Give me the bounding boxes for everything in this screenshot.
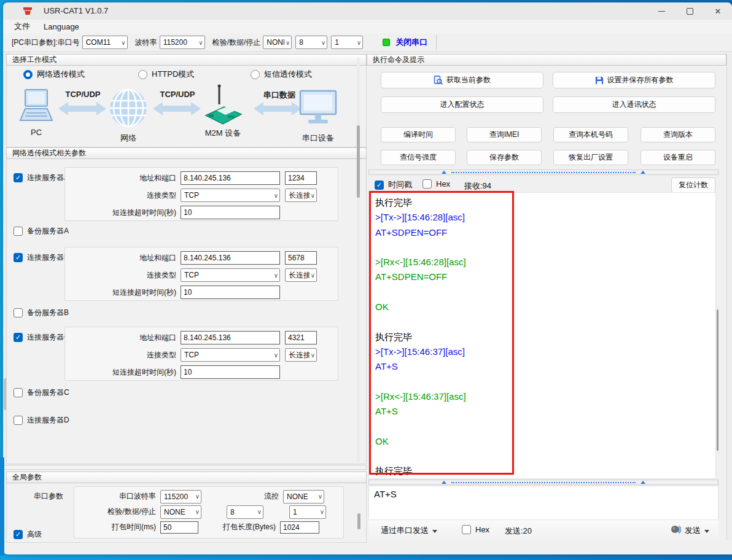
server-a-timeout-input[interactable]: 10 <box>181 206 280 219</box>
receive-hex-row[interactable]: Hex <box>422 179 450 189</box>
chevron-down-icon <box>311 272 315 279</box>
factory-reset-button[interactable]: 恢复出厂设置 <box>553 150 628 165</box>
receive-hex-checkbox[interactable] <box>422 179 432 189</box>
timestamp-checkbox[interactable] <box>375 181 384 190</box>
send-sound-icon <box>671 524 681 534</box>
left-inner-scrollbar[interactable] <box>357 58 360 462</box>
chevron-down-icon <box>286 39 290 46</box>
maximize-button[interactable] <box>676 2 704 20</box>
receive-log[interactable]: 执行完毕>[Tx->][15:46:28][asc]AT+SDPEN=OFF >… <box>368 192 716 479</box>
stopbits-select[interactable]: 1 <box>331 36 363 49</box>
minimize-button[interactable] <box>647 2 676 20</box>
radio-icon <box>138 70 147 79</box>
chevron-down-icon <box>318 493 322 500</box>
log-scrollbar-thumb[interactable] <box>717 309 718 451</box>
log-line <box>375 419 715 434</box>
window-title: USR-CAT1 V1.0.7 <box>44 6 108 15</box>
global-parity-label: 检验/数据/停止 <box>74 507 160 517</box>
close-button[interactable] <box>704 2 732 20</box>
save-params-button[interactable]: 保存参数 <box>467 150 542 165</box>
server-c-timeout-input[interactable]: 10 <box>181 365 280 379</box>
advanced-checkbox[interactable] <box>14 530 23 539</box>
connect-server-d-row[interactable]: 连接服务器D <box>14 415 69 426</box>
connect-server-b-row[interactable]: 连接服务器B <box>14 252 69 263</box>
flow-control-select[interactable]: NONE <box>283 490 324 504</box>
signal-strength-button[interactable]: 查信号强度 <box>381 150 456 165</box>
connect-server-d-checkbox[interactable] <box>14 416 23 425</box>
menu-file[interactable]: 文件 <box>14 21 30 32</box>
query-version-button[interactable]: 查询版本 <box>640 127 715 142</box>
query-number-button[interactable]: 查询本机号码 <box>553 127 628 142</box>
connect-server-b-checkbox[interactable] <box>14 253 23 262</box>
send-input[interactable]: AT+S <box>368 486 718 520</box>
enter-config-button[interactable]: 进入配置状态 <box>381 96 543 113</box>
save-all-params-button[interactable]: 设置并保存所有参数 <box>553 72 715 88</box>
send-splitter[interactable] <box>368 480 718 485</box>
connect-server-a-checkbox[interactable] <box>14 173 23 182</box>
server-b-keepalive-select[interactable]: 长连接 <box>285 268 317 282</box>
server-c-port-input[interactable]: 4321 <box>285 331 317 344</box>
server-a-port-input[interactable]: 1234 <box>285 171 317 185</box>
global-parity-select[interactable]: NONE <box>160 505 201 519</box>
mode-radio-sms[interactable]: 短信透传模式 <box>251 69 312 80</box>
left-inner-scrollbar-thumb[interactable] <box>357 125 360 198</box>
server-a-keepalive-select[interactable]: 长连接 <box>285 189 317 202</box>
server-b-address-input[interactable]: 8.140.245.136 <box>181 251 280 265</box>
backup-server-b-row[interactable]: 备份服务器B <box>14 308 69 318</box>
send-hex-row[interactable]: Hex <box>462 525 489 534</box>
server-b-port-input[interactable]: 5678 <box>285 251 317 265</box>
server-a-type-select[interactable]: TCP <box>181 189 280 202</box>
log-line: AT+S <box>375 359 715 374</box>
pack-len-input[interactable]: 1024 <box>280 521 319 534</box>
caret-down-icon <box>704 530 709 533</box>
reset-count-button[interactable]: 复位计数 <box>671 177 715 193</box>
connect-server-c-row[interactable]: 连接服务器C <box>14 332 69 343</box>
server-c-address-input[interactable]: 8.140.245.136 <box>181 331 280 344</box>
backup-server-c-checkbox[interactable] <box>14 388 23 397</box>
global-stopbits-select[interactable]: 1 <box>289 505 326 519</box>
server-c-keepalive-select[interactable]: 长连接 <box>285 348 317 362</box>
send-via-dropdown[interactable]: 通过串口发送 <box>381 525 437 536</box>
send-hex-checkbox[interactable] <box>462 525 471 534</box>
backup-server-a-row[interactable]: 备份服务器A <box>14 226 69 236</box>
maximize-icon <box>687 8 693 15</box>
com-port-select[interactable]: COM11 <box>82 36 128 49</box>
timestamp-row[interactable]: 时间戳 <box>375 179 412 190</box>
backup-server-a-checkbox[interactable] <box>14 227 23 236</box>
server-c-type-select[interactable]: TCP <box>181 348 280 362</box>
addr-port-label: 地址和端口 <box>65 173 181 184</box>
server-a-address-input[interactable]: 8.140.245.136 <box>181 171 280 185</box>
device-restart-button[interactable]: 设备重启 <box>640 150 715 165</box>
pack-time-input[interactable]: 50 <box>160 521 198 534</box>
pack-len-label: 打包长度(Bytes) <box>198 522 280 532</box>
close-port-button[interactable]: 关闭串口 <box>395 37 427 48</box>
log-line: >[Tx->][15:46:37][asc] <box>375 344 715 359</box>
global-databits-select[interactable]: 8 <box>227 505 263 519</box>
connect-server-c-checkbox[interactable] <box>14 333 23 342</box>
left-horizontal-splitter[interactable] <box>3 465 367 470</box>
send-button[interactable]: 发送 <box>685 525 709 536</box>
compile-time-button[interactable]: 编译时间 <box>381 127 456 142</box>
double-arrow-icon <box>153 101 201 117</box>
server-b-type-select[interactable]: TCP <box>181 268 280 282</box>
advanced-row[interactable]: 高级 <box>14 529 42 540</box>
log-line: AT+S <box>375 404 715 419</box>
global-baud-select[interactable]: 115200 <box>160 490 201 504</box>
query-imei-button[interactable]: 查询IMEI <box>467 127 542 142</box>
enter-comm-button[interactable]: 进入通讯状态 <box>553 96 715 113</box>
log-line: 执行完毕 <box>375 464 715 478</box>
server-b-timeout-input[interactable]: 10 <box>181 286 280 299</box>
backup-server-b-checkbox[interactable] <box>14 308 23 317</box>
get-params-button[interactable]: 获取当前参数 <box>381 72 543 88</box>
global-scrollbar-thumb[interactable] <box>357 513 360 529</box>
mode-radio-httpd[interactable]: HTTPD模式 <box>138 69 194 80</box>
baud-select[interactable]: 115200 <box>160 36 205 49</box>
connect-server-a-row[interactable]: 连接服务器A <box>14 173 69 183</box>
mode-radio-network[interactable]: 网络透传模式 <box>23 69 85 80</box>
log-splitter[interactable] <box>368 169 718 175</box>
backup-server-c-row[interactable]: 备份服务器C <box>14 387 69 398</box>
title-bar: USR-CAT1 V1.0.7 <box>3 2 732 20</box>
databits-select[interactable]: 8 <box>295 36 327 49</box>
parity-select[interactable]: NONE <box>263 36 292 49</box>
menu-language[interactable]: Language <box>44 22 79 31</box>
